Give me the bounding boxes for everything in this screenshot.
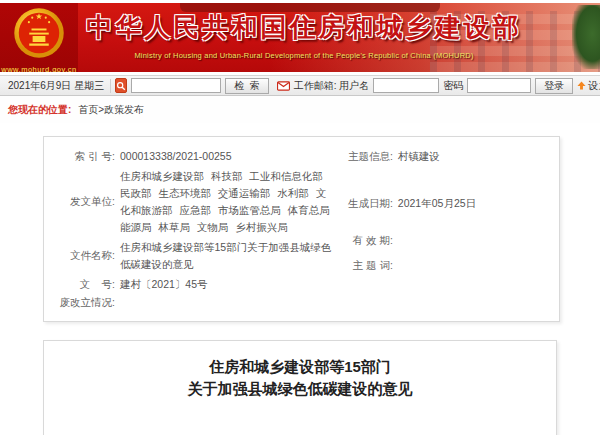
metadata-right-column: 主题信息: 村镇建设 生成日期: 2021年05月25日 有 效 期: 主 题 …: [332, 148, 549, 313]
emblem-panel: www.mohurd.gov.cn: [0, 3, 78, 72]
metadata-left-column: 索 引 号: 000013338/2021-00255 发文单位: 住房和城乡建…: [44, 148, 332, 313]
magnifier-icon: [116, 81, 126, 91]
up-arrow-icon: [577, 81, 586, 90]
site-subtitle: Ministry of Housing and Urban-Rural Deve…: [84, 51, 524, 60]
username-input[interactable]: [373, 78, 439, 93]
date-text: 2021年6月9日 星期三: [6, 79, 111, 93]
document-name-label: 文件名称:: [44, 249, 120, 263]
validity-label: 有 效 期:: [332, 234, 398, 248]
index-number-label: 索 引 号:: [44, 150, 120, 164]
meta-row-keywords: 主 题 词:: [332, 259, 549, 273]
search-magnifier-button[interactable]: [115, 78, 127, 93]
topic-info-value: 村镇建设: [398, 148, 549, 165]
document-name-value: 住房和城乡建设部等15部门关于加强县城绿色低碳建设的意见: [120, 239, 332, 273]
topic-info-label: 主题信息:: [332, 150, 398, 164]
breadcrumb-path[interactable]: 首页>政策发布: [78, 104, 144, 115]
tree-decor: [572, 5, 600, 69]
issuing-unit-label: 发文单位:: [44, 195, 120, 209]
national-emblem-icon: [12, 6, 66, 64]
toolbar: 2021年6月9日 星期三 检 索 工作邮箱: 用户名 密码 登录 设为首页: [0, 75, 600, 96]
set-homepage-label: 设为首页: [588, 79, 600, 93]
meta-row-issuer: 发文单位: 住房和城乡建设部 科技部 工业和信息化部 民政部 生态环境部 交通运…: [44, 168, 332, 236]
meta-row-docno: 文 号: 建村〔2021〕45号: [44, 276, 332, 293]
document-number-label: 文 号:: [44, 278, 120, 292]
site-url: www.mohurd.gov.cn: [1, 65, 76, 72]
meta-row-repeal: 废改立情况:: [44, 296, 332, 310]
set-homepage-link[interactable]: 设为首页: [577, 79, 600, 93]
document-title-line2: 关于加强县城绿色低碳建设的意见: [86, 378, 514, 400]
generate-date-value: 2021年05月25日: [398, 195, 549, 212]
meta-row-docname: 文件名称: 住房和城乡建设部等15部门关于加强县城绿色低碳建设的意见: [44, 239, 332, 273]
document-title-line1: 住房和城乡建设部等15部门: [86, 356, 514, 378]
issuing-unit-value: 住房和城乡建设部 科技部 工业和信息化部 民政部 生态环境部 交通运输部 水利部…: [120, 168, 332, 236]
generate-date-label: 生成日期:: [332, 197, 398, 211]
login-button[interactable]: 登录: [535, 78, 573, 94]
password-label: 密码: [443, 79, 463, 93]
mail-icon: [277, 81, 290, 91]
header-banner: www.mohurd.gov.cn 中华人民共和国住房和城乡建设部 Minist…: [0, 3, 600, 72]
repeal-status-label: 废改立情况:: [44, 296, 120, 310]
meta-row-topic: 主题信息: 村镇建设: [332, 148, 549, 165]
work-email-label: 工作邮箱: 用户名: [294, 79, 370, 93]
breadcrumb: 您现在的位置: 首页>政策发布: [0, 96, 600, 123]
location-label: 您现在的位置:: [8, 104, 71, 115]
search-submit-button[interactable]: 检 索: [225, 78, 269, 94]
meta-row-gendate: 生成日期: 2021年05月25日: [332, 195, 549, 212]
password-input[interactable]: [467, 78, 531, 93]
document-metadata-card: 索 引 号: 000013338/2021-00255 发文单位: 住房和城乡建…: [43, 136, 560, 322]
meta-row-validity: 有 效 期:: [332, 234, 549, 248]
keywords-label: 主 题 词:: [332, 259, 398, 273]
meta-row-index: 索 引 号: 000013338/2021-00255: [44, 148, 332, 165]
index-number-value: 000013338/2021-00255: [120, 148, 332, 165]
site-title: 中华人民共和国住房和城乡建设部: [84, 10, 524, 45]
document-content-card: 住房和城乡建设部等15部门 关于加强县城绿色低碳建设的意见 各省、自治区、直辖市…: [43, 340, 557, 435]
banner-text: 中华人民共和国住房和城乡建设部 Ministry of Housing and …: [84, 10, 524, 60]
search-input[interactable]: [131, 78, 221, 93]
document-number-value: 建村〔2021〕45号: [120, 276, 332, 293]
